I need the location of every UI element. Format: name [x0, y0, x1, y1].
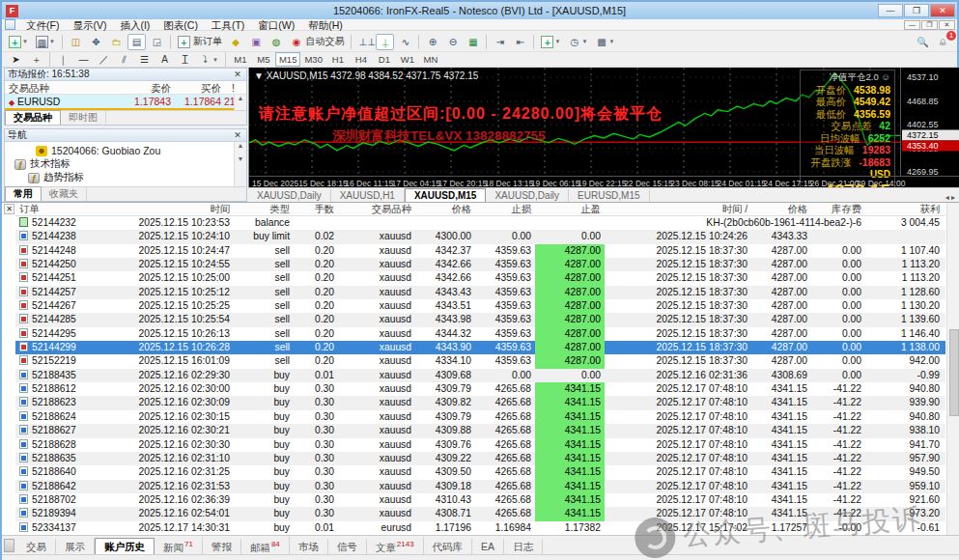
timeframe-button-d1[interactable]: D1 [373, 52, 396, 67]
table-row[interactable]: 521442482025.12.15 10:24:47sell0.20xauus… [15, 244, 945, 258]
menu-item[interactable]: 插入(I) [113, 19, 156, 31]
arrows-tool-icon[interactable]: ⤵▼ [196, 51, 221, 68]
terminal-tab-2[interactable]: 账户历史 [95, 538, 155, 554]
orders-column-header[interactable]: 价格 [751, 203, 811, 215]
text-tool-icon[interactable]: A [155, 51, 174, 68]
timeframe-button-m15[interactable]: M15 [275, 52, 300, 67]
timeframe-button-m5[interactable]: M5 [252, 52, 275, 67]
chart-window[interactable]: ▼ XAUUSD,M15 4372.98 4384.52 4371.75 437… [248, 68, 959, 187]
trendline-tool-icon[interactable]: ／ [95, 51, 113, 68]
table-row[interactable]: 521886422025.12.16 02:31:53buy0.30xauusd… [15, 480, 945, 493]
table-row[interactable]: 521442952025.12.15 10:26:13sell0.20xauus… [15, 327, 945, 341]
menu-item[interactable]: 显示(V) [66, 19, 113, 31]
notifications-bell-icon[interactable]: 🕭1 [934, 34, 952, 50]
profiles-button[interactable]: ▥▼ [33, 34, 58, 50]
mdi-restore-button[interactable]: ❐ [921, 20, 938, 30]
line-chart-mode-icon[interactable]: ∿ [396, 34, 414, 50]
market-watch-scrollbar[interactable]: ▲▼ [234, 95, 246, 111]
table-row[interactable]: 521886282025.12.16 02:30:30buy0.30xauusd… [15, 438, 945, 452]
table-row[interactable]: 523341372025.12.17 14:30:31buy0.01eurusd… [15, 521, 945, 535]
timeframe-button-mn[interactable]: MN [419, 52, 442, 67]
terminal-tab-3[interactable]: 新闻71 [155, 537, 203, 555]
table-row[interactable]: 521442572025.12.15 10:25:12sell0.20xauus… [15, 286, 945, 299]
table-row[interactable]: 521886272025.12.16 02:30:21buy0.30xauusd… [15, 424, 945, 437]
horizontal-line-tool-icon[interactable]: — [74, 51, 93, 68]
vertical-line-tool-icon[interactable]: ｜ [54, 51, 72, 68]
table-row[interactable]: 521886242025.12.16 02:30:15buy0.30xauusd… [15, 410, 945, 424]
table-row[interactable]: 521442672025.12.15 10:25:25sell0.20xauus… [15, 299, 945, 313]
chart-shift-icon[interactable]: ⇤ [511, 34, 529, 50]
orders-column-header[interactable]: 订单 [15, 203, 110, 215]
table-row[interactable]: 521522192025.12.15 16:01:09sell0.20xauus… [15, 354, 945, 368]
navigator-item[interactable]: ƒ技术指标 [11, 157, 246, 171]
candlestick-mode-icon[interactable]: ⍊ [376, 34, 394, 50]
orders-column-header[interactable]: 时间 / [605, 203, 751, 215]
table-row[interactable]: 521442992025.12.15 10:26:28sell0.20xauus… [15, 341, 945, 354]
market-watch-tab-1[interactable]: 即时图 [61, 111, 106, 125]
menu-item[interactable]: 窗口(W) [251, 19, 301, 31]
menu-item[interactable]: 帮助(H) [301, 19, 350, 31]
terminal-tab-10[interactable]: EA [472, 539, 504, 554]
table-row[interactable]: 521886122025.12.16 02:30:00buy0.30xauusd… [15, 382, 945, 396]
metaeditor-icon[interactable]: ▣ [247, 34, 266, 50]
orders-column-header[interactable]: 交易品种 [338, 203, 415, 215]
autotrading-button[interactable]: ◉ 自动交易 [288, 34, 348, 50]
chart-tab-1[interactable]: XAUUSD,H1 [331, 189, 405, 202]
navigator-tab-1[interactable]: 收藏夹 [42, 187, 87, 201]
zoom-in-icon[interactable]: ⊕ [423, 34, 441, 50]
navigator-item[interactable]: ƒ趋势指标 [11, 171, 246, 184]
timeframe-button-m1[interactable]: M1 [229, 52, 252, 67]
chart-tab-4[interactable]: EURUSD,M15 [569, 189, 649, 202]
mdi-minimize-button[interactable]: — [904, 20, 920, 30]
new-order-button[interactable]: + 新订单 [175, 34, 225, 50]
search-icon[interactable]: 🔍 [914, 34, 932, 50]
mdi-close-button[interactable]: ✕ [939, 20, 955, 30]
chart-tab-scroll-arrows[interactable]: ◂ ▸ [945, 193, 959, 202]
templates-button[interactable]: ▩▼ [592, 34, 617, 50]
timeframe-button-m30[interactable]: M30 [300, 52, 325, 67]
zoom-out-icon[interactable]: ⊖ [443, 34, 462, 50]
terminal-tab-1[interactable]: 展示 [56, 539, 95, 554]
chart-tab-3[interactable]: XAUUSD,Daily [486, 189, 569, 202]
indicators-button[interactable]: +▼ [538, 34, 563, 50]
terminal-tab-9[interactable]: 代码库 [424, 539, 473, 554]
title-bar[interactable]: F 15204066: IronFX-Real5 - Notesco (BVI)… [2, 2, 957, 19]
table-row[interactable]: 521886232025.12.16 02:30:09buy0.30xauusd… [15, 396, 945, 409]
terminal-toggle-icon[interactable]: ▤ [127, 34, 146, 50]
terminal-tab-11[interactable]: 日志 [504, 539, 543, 554]
toolbox-grip-icon[interactable] [4, 539, 14, 552]
navigator-close-icon[interactable]: ✕ [232, 130, 243, 140]
orders-column-header[interactable]: 手数 [294, 203, 338, 215]
orders-column-header[interactable]: 止损 [475, 203, 535, 215]
close-button[interactable]: ✕ [930, 4, 955, 17]
navigator-tab-0[interactable]: 常用 [5, 186, 42, 201]
auto-scroll-icon[interactable]: ⇥ [491, 34, 509, 50]
tile-windows-icon[interactable]: ▦ [464, 34, 482, 50]
table-row[interactable]: 521884352025.12.16 02:29:30buy0.01xauusd… [15, 369, 945, 382]
table-row[interactable]: 521442502025.12.15 10:24:55sell0.20xauus… [15, 258, 945, 271]
menu-item[interactable]: 文件(F) [19, 19, 66, 31]
chart-tab-0[interactable]: XAUUSD,Daily [248, 189, 331, 202]
table-row[interactable]: 521887022025.12.16 02:36:39buy0.30xauusd… [15, 493, 945, 507]
navigator-toggle-icon[interactable]: 🗀 [107, 34, 126, 50]
depth-of-market-icon[interactable]: ◆ [227, 34, 245, 50]
menu-item[interactable]: 工具(T) [205, 19, 251, 31]
toolbox-close-icon[interactable]: ✕ [4, 204, 14, 214]
crosshair-move-icon[interactable]: ✥ [87, 34, 105, 50]
orders-column-header[interactable]: 类型 [234, 203, 294, 215]
market-watch-row[interactable]: ◆ EURUSD1.178431.1786421 [5, 95, 246, 108]
community-icon[interactable]: ◍ [268, 34, 286, 50]
new-chart-button[interactable]: +▼ [6, 34, 31, 50]
terminal-tab-7[interactable]: 信号 [328, 539, 367, 554]
terminal-tab-6[interactable]: 市场 [290, 539, 328, 554]
table-row[interactable]: 521893942025.12.16 02:54:01buy0.30xauusd… [15, 507, 945, 520]
menu-item[interactable]: 图表(C) [156, 19, 205, 31]
crosshair-tool-icon[interactable]: ＋ [27, 51, 45, 68]
terminal-tab-0[interactable]: 交易 [17, 539, 56, 554]
orders-column-header[interactable]: 止盈 [535, 203, 605, 215]
cursor-tool-icon[interactable]: ➤ [7, 51, 25, 68]
navigator-scrollbar[interactable]: ▲▼ [234, 142, 246, 186]
navigator-item[interactable]: ☻15204066: Guobiao Zou [11, 144, 246, 157]
orders-column-header[interactable]: 时间 [110, 203, 234, 215]
timeframe-button-w1[interactable]: W1 [396, 52, 419, 67]
